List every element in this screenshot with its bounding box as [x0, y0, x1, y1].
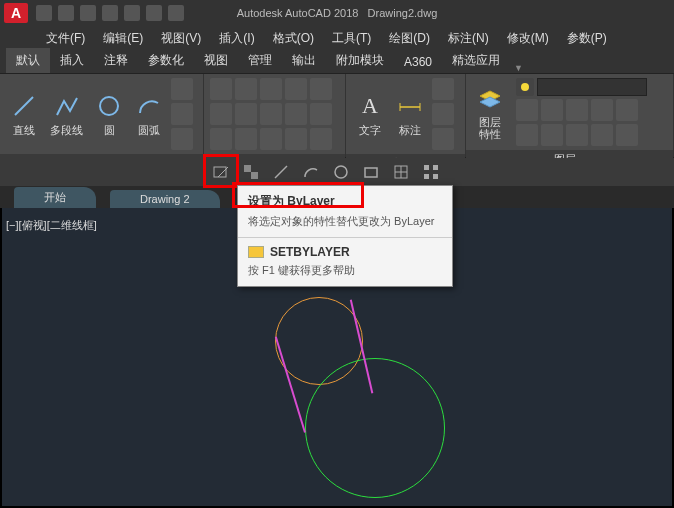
hatch-icon[interactable]	[171, 128, 193, 150]
move-icon[interactable]	[210, 78, 232, 100]
layer-lock-icon[interactable]	[541, 99, 563, 121]
dimension-icon	[397, 93, 423, 119]
chamfer-icon[interactable]	[285, 103, 307, 125]
ribbon-tab-featured[interactable]: 精选应用	[442, 48, 510, 73]
qat-open-icon[interactable]	[58, 5, 74, 21]
panel-layer: 图层 特性	[466, 74, 674, 157]
line-tool-icon[interactable]	[270, 161, 292, 183]
layer-props-button[interactable]: 图层 特性	[472, 82, 508, 142]
circle-icon	[96, 93, 122, 119]
menu-modify[interactable]: 修改(M)	[499, 28, 557, 49]
copy-icon[interactable]	[210, 103, 232, 125]
quick-access-toolbar	[36, 5, 184, 21]
offset-icon[interactable]	[260, 128, 282, 150]
ribbon-tab-output[interactable]: 输出	[282, 48, 326, 73]
rect-tool-icon[interactable]	[360, 161, 382, 183]
arc-tool-icon[interactable]	[300, 161, 322, 183]
menu-edit[interactable]: 编辑(E)	[95, 28, 151, 49]
explode-icon[interactable]	[310, 78, 332, 100]
line-button[interactable]: 直线	[6, 89, 42, 140]
erase-icon[interactable]	[285, 78, 307, 100]
svg-rect-7	[244, 165, 251, 172]
dim-button[interactable]: 标注	[392, 89, 428, 140]
layer-walk-icon[interactable]	[541, 124, 563, 146]
break-icon[interactable]	[310, 128, 332, 150]
menu-bar: 文件(F) 编辑(E) 视图(V) 插入(I) 格式(O) 工具(T) 绘图(D…	[0, 26, 674, 50]
app-logo[interactable]: A	[4, 3, 28, 23]
mirror-icon[interactable]	[235, 103, 257, 125]
join-icon[interactable]	[285, 128, 307, 150]
svg-line-9	[275, 166, 287, 178]
qat-redo-icon[interactable]	[168, 5, 184, 21]
arc-button[interactable]: 圆弧	[131, 89, 167, 140]
tab-start[interactable]: 开始	[14, 187, 96, 208]
viewport-label[interactable]: [−][俯视][二维线框]	[6, 218, 97, 233]
array-icon[interactable]	[310, 103, 332, 125]
text-button[interactable]: A 文字	[352, 89, 388, 140]
layer-off-icon[interactable]	[566, 99, 588, 121]
qat-new-icon[interactable]	[36, 5, 52, 21]
layer-state-icon[interactable]	[591, 124, 613, 146]
drawing-circle-green	[305, 358, 445, 498]
qat-plot-icon[interactable]	[124, 5, 140, 21]
ribbon-tab-addons[interactable]: 附加模块	[326, 48, 394, 73]
tab-drawing2[interactable]: Drawing 2	[110, 190, 220, 208]
polyline-button[interactable]: 多段线	[46, 89, 87, 140]
layer-copy-icon[interactable]	[616, 124, 638, 146]
hatch-tool-icon[interactable]	[390, 161, 412, 183]
layer-match-icon[interactable]	[616, 99, 638, 121]
circle-button[interactable]: 圆	[91, 89, 127, 140]
svg-rect-11	[365, 168, 377, 177]
scale-icon[interactable]	[235, 128, 257, 150]
menu-param[interactable]: 参数(P)	[559, 28, 615, 49]
qat-save-icon[interactable]	[80, 5, 96, 21]
qat-undo-icon[interactable]	[146, 5, 162, 21]
rotate-icon[interactable]	[235, 78, 257, 100]
svg-rect-17	[424, 174, 429, 179]
ribbon-tab-param[interactable]: 参数化	[138, 48, 194, 73]
ribbon-tab-manage[interactable]: 管理	[238, 48, 282, 73]
menu-file[interactable]: 文件(F)	[38, 28, 93, 49]
bulb-icon[interactable]	[516, 78, 534, 96]
ribbon-tab-insert[interactable]: 插入	[50, 48, 94, 73]
ellipse-icon[interactable]	[171, 103, 193, 125]
matchprop-icon[interactable]	[240, 161, 262, 183]
tooltip-help: 按 F1 键获得更多帮助	[238, 263, 452, 286]
rect-icon[interactable]	[171, 78, 193, 100]
layer-iso-icon[interactable]	[591, 99, 613, 121]
leader-icon[interactable]	[432, 78, 454, 100]
table-icon[interactable]	[432, 103, 454, 125]
svg-rect-15	[424, 165, 429, 170]
svg-rect-16	[433, 165, 438, 170]
ribbon-tab-a360[interactable]: A360	[394, 51, 442, 73]
arc-icon	[136, 93, 162, 119]
setbylayer-icon[interactable]	[210, 161, 232, 183]
menu-view[interactable]: 视图(V)	[153, 28, 209, 49]
menu-insert[interactable]: 插入(I)	[211, 28, 262, 49]
panel-annot: A 文字 标注 注释▼	[346, 74, 466, 157]
mtext-icon[interactable]	[432, 128, 454, 150]
array-tool-icon[interactable]	[420, 161, 442, 183]
ribbon-tab-annot[interactable]: 注释	[94, 48, 138, 73]
chevron-down-icon[interactable]: ▼	[514, 63, 523, 73]
circle-tool-icon[interactable]	[330, 161, 352, 183]
svg-rect-8	[251, 172, 258, 179]
menu-dim[interactable]: 标注(N)	[440, 28, 497, 49]
trim-icon[interactable]	[260, 78, 282, 100]
command-icon	[248, 246, 264, 258]
svg-point-5	[521, 83, 529, 91]
layer-freeze-icon[interactable]	[516, 99, 538, 121]
layer-merge-icon[interactable]	[516, 124, 538, 146]
ribbon: 直线 多段线 圆 圆弧 绘图▼	[0, 74, 674, 158]
layer-prev-icon[interactable]	[566, 124, 588, 146]
fillet-icon[interactable]	[260, 103, 282, 125]
svg-point-1	[100, 97, 118, 115]
menu-draw[interactable]: 绘图(D)	[381, 28, 438, 49]
qat-saveas-icon[interactable]	[102, 5, 118, 21]
layer-dropdown[interactable]	[537, 78, 647, 96]
menu-format[interactable]: 格式(O)	[265, 28, 322, 49]
menu-tools[interactable]: 工具(T)	[324, 28, 379, 49]
ribbon-tab-default[interactable]: 默认	[6, 48, 50, 73]
stretch-icon[interactable]	[210, 128, 232, 150]
ribbon-tab-view[interactable]: 视图	[194, 48, 238, 73]
